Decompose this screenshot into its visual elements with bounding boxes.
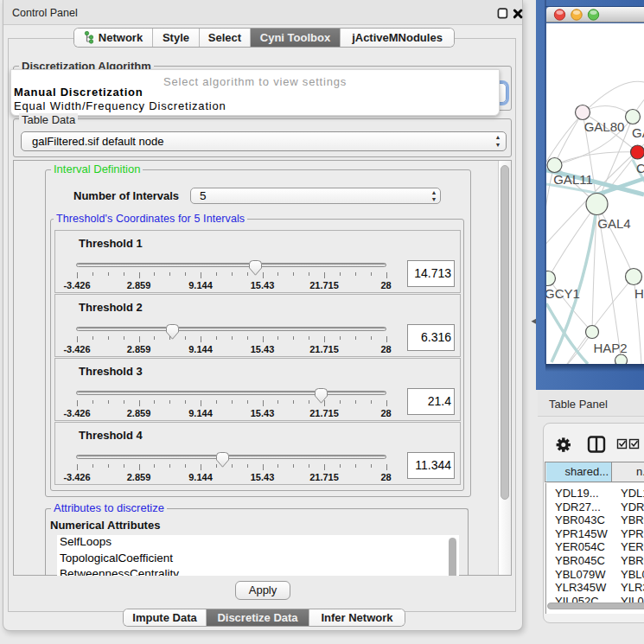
svg-text:H: H: [634, 286, 644, 301]
svg-text:GAL4: GAL4: [597, 216, 630, 231]
svg-text:HAP2: HAP2: [593, 341, 627, 355]
svg-text:GCY1: GCY1: [546, 286, 580, 301]
svg-text:GA: GA: [632, 125, 644, 140]
svg-text:GAL11: GAL11: [553, 172, 593, 187]
svg-text:GAL80: GAL80: [584, 119, 625, 134]
svg-text:C: C: [636, 161, 644, 175]
